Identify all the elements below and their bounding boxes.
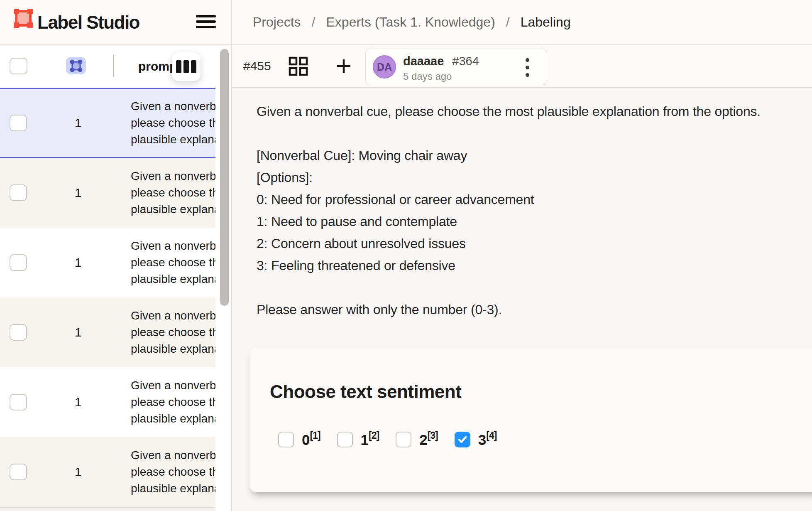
header-divider [231,0,232,44]
row-prompt-preview: Given a nonverbaplease choose thplausibl… [131,168,215,218]
labeling-main-area: #455 DA daaaae #364 5 days ago [232,45,812,511]
view-all-annotations-button[interactable] [288,56,308,76]
label-studio-logo-icon [14,9,33,28]
sentiment-option-label[interactable]: 3[4] [478,431,497,448]
avatar: DA [373,55,396,79]
row-prompt-preview: Given a nonverbaplease choose thplausibl… [131,447,215,497]
row-prompt-preview: Given a nonverbaplease choose thplausibl… [131,377,215,427]
annotator-name: daaaae [403,54,444,68]
task-row[interactable]: 1 Given a nonverbaplease choose thplausi… [0,158,215,228]
row-number: 1 [61,325,95,339]
sidebar-horizontal-scrollbar[interactable] [0,507,215,511]
sentiment-option[interactable]: 1[2] [337,431,379,448]
sentiment-checkbox[interactable] [337,432,353,447]
columns-button[interactable] [172,52,201,81]
row-number: 1 [61,395,95,409]
row-checkbox[interactable] [10,254,27,271]
row-number: 1 [61,116,95,130]
breadcrumb-separator: / [506,15,510,30]
labeling-heading: Choose text sentiment [270,381,461,402]
annotation-id: #364 [452,54,479,68]
kebab-menu-icon[interactable] [520,56,535,79]
labeling-controls-panel: Choose text sentiment 0[1] 1[2] 2[3] [249,346,812,492]
row-checkbox[interactable] [10,184,27,201]
columns-icon [176,60,181,73]
row-prompt-preview: Given a nonverbaplease choose thplausibl… [131,238,215,287]
task-list-panel: prompt 1 Given a nonverbaplease choose t… [0,45,232,511]
annotation-toolbar: #455 DA daaaae #364 5 days ago [232,45,812,88]
breadcrumb-item[interactable]: Projects [253,15,301,30]
annotation-timestamp: 5 days ago [403,71,452,82]
app-title: Label Studio [37,12,139,33]
select-all-checkbox[interactable] [10,58,27,74]
task-row[interactable]: 1 Given a nonverbaplease choose thplausi… [0,88,215,158]
sentiment-options: 0[1] 1[2] 2[3] 3[4] [278,428,513,451]
grid-view-toggle[interactable] [66,57,86,74]
annotation-card[interactable]: DA daaaae #364 5 days ago [365,49,547,85]
row-checkbox[interactable] [10,394,27,410]
sentiment-option[interactable]: 3[4] [455,431,497,448]
task-rows: 1 Given a nonverbaplease choose thplausi… [0,88,215,507]
task-row[interactable]: 1 Given a nonverbaplease choose thplausi… [0,228,215,297]
row-number: 1 [61,256,95,270]
column-divider [113,55,114,77]
sentiment-checkbox[interactable] [396,432,411,447]
breadcrumb-separator: / [312,15,316,30]
breadcrumb: Projects/Experts (Task 1. Knowledge)/Lab… [253,0,571,44]
breadcrumb-item: Labeling [521,15,571,30]
breadcrumb-item[interactable]: Experts (Task 1. Knowledge) [326,15,495,30]
sentiment-checkbox[interactable] [455,432,470,447]
task-row[interactable]: 1 Given a nonverbaplease choose thplausi… [0,297,215,367]
task-row[interactable]: 1 Given a nonverbaplease choose thplausi… [0,367,215,437]
grid-icon [288,56,308,76]
bounding-box-icon [69,59,83,72]
sentiment-option[interactable]: 0[1] [278,431,320,448]
sentiment-checkbox[interactable] [278,432,294,447]
task-row[interactable]: 1 Given a nonverbaplease choose thplausi… [0,437,215,507]
check-icon [457,434,468,445]
sidebar-scrollbar-thumb[interactable] [220,49,229,306]
row-prompt-preview: Given a nonverbaplease choose thplausibl… [131,98,215,148]
plus-icon [335,57,352,75]
sentiment-option-label[interactable]: 1[2] [361,431,379,448]
row-checkbox[interactable] [10,324,27,341]
add-annotation-button[interactable] [335,57,352,75]
row-prompt-preview: Given a nonverbaplease choose thplausibl… [131,307,215,357]
sentiment-option-label[interactable]: 0[1] [302,431,320,448]
task-id: #455 [243,59,271,73]
row-number: 1 [61,186,95,200]
app-header: Label Studio Projects/Experts (Task 1. K… [0,0,812,45]
sentiment-option[interactable]: 2[3] [396,431,438,448]
row-checkbox[interactable] [10,464,27,480]
task-prompt-text: Given a nonverbal cue, please choose the… [257,101,812,321]
sentiment-option-label[interactable]: 2[3] [419,431,438,448]
row-checkbox[interactable] [10,115,27,131]
hamburger-menu-icon[interactable] [196,15,216,30]
row-number: 1 [61,465,95,479]
